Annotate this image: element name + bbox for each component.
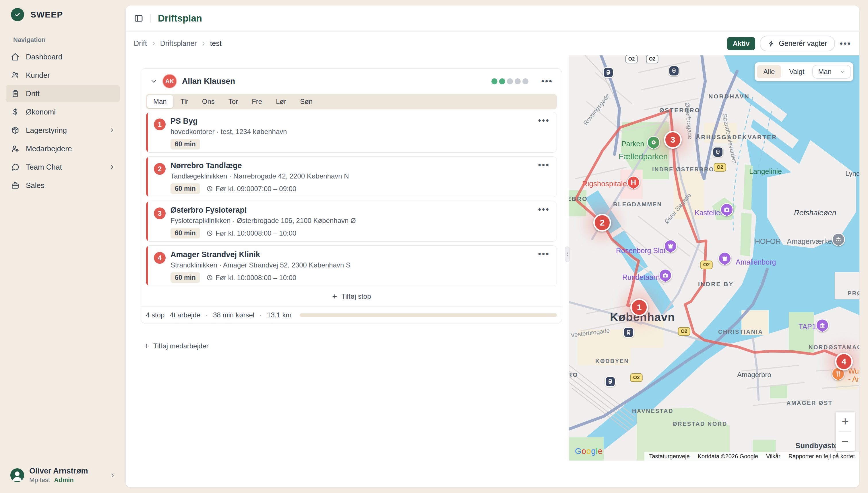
stop-card[interactable]: 2 Nørrebro Tandlæge Tandlægeklinikken · … [146,156,557,197]
bank-poi-icon[interactable] [832,233,845,246]
progress-dot [491,78,497,84]
map-attribution-link[interactable]: Tastaturgenveje [649,453,690,460]
tab-ons[interactable]: Ons [196,95,221,108]
chevron-right-icon [109,164,115,170]
tab-son[interactable]: Søn [294,95,319,108]
panel-resize-handle[interactable] [565,246,570,262]
route-marker[interactable]: 2 [593,214,611,232]
map-label: ØSTERBRO [659,107,700,114]
breadcrumb: Drift Driftsplaner test [134,39,221,48]
add-employee-button[interactable]: Tilføj medarbejder [144,342,209,350]
breadcrumb-section[interactable]: Driftsplaner [160,39,197,48]
header-divider [150,14,151,23]
map-label: NORDØSTAMAGER [809,344,860,351]
map-attribution-link[interactable]: Kortdata ©2026 Google [698,453,758,460]
station-icon[interactable] [603,67,614,78]
map-label: RO [569,371,578,378]
user-name: Oliver Arnstrøm [29,467,88,475]
sidebar-item-drift[interactable]: Drift [6,85,120,102]
more-menu-icon[interactable]: ••• [840,39,851,48]
page-header: Driftsplan [126,5,860,31]
tab-fre[interactable]: Fre [246,95,268,108]
hospital-marker[interactable]: H [627,176,640,189]
sidebar-item-sales[interactable]: Sales [6,177,120,194]
plus-icon [332,293,338,300]
dot-separator: · [259,311,262,319]
station-icon[interactable] [669,65,679,76]
sidebar-item-team-chat[interactable]: Team Chat [6,158,120,176]
stop-body: Nørrebro Tandlæge Tandlægeklinikken · Nø… [170,161,531,194]
station-icon[interactable] [713,147,723,157]
stop-title: Østerbro Fysioterapi [170,206,531,215]
zoom-in-button[interactable]: + [835,412,855,431]
stop-number-badge: 2 [154,163,166,175]
route-marker[interactable]: 1 [630,298,648,316]
stop-title: Amager Strandvej Klinik [170,250,531,259]
map-label: PRØVES [848,290,860,297]
stop-subtitle: Tandlægeklinikken · Nørrebrogade 42, 220… [170,172,531,180]
zoom-out-button[interactable]: − [835,432,855,451]
stop-time: Før kl. 10:0008:00 – 10:00 [206,274,297,282]
employee-more-icon[interactable]: ••• [541,77,553,86]
stop-time: Før kl. 10:0008:00 – 10:00 [206,229,297,237]
stop-card[interactable]: 3 Østerbro Fysioterapi Fysioterapiklinik… [146,201,557,242]
generate-shifts-button[interactable]: Generér vagter [760,36,835,51]
filter-selected-button[interactable]: Valgt [784,65,809,78]
filter-all-button[interactable]: Alle [757,65,781,78]
app-logo[interactable]: SWEEP [0,0,126,21]
stop-more-icon[interactable]: ••• [538,161,550,169]
stop-accent-bar [146,157,148,197]
plus-icon [144,343,150,349]
map-attribution-link[interactable]: Vilkår [766,453,780,460]
route-marker[interactable]: 3 [664,131,682,149]
chevron-down-icon [840,69,845,74]
route-shield: O2 [714,163,726,172]
castle-poi-icon[interactable] [718,252,732,265]
sidebar-item-lagerstyring[interactable]: Lagerstyring [6,122,120,139]
building-poi-icon[interactable] [816,319,829,332]
chat-icon [11,163,20,171]
sidebar-item-kunder[interactable]: Kunder [6,67,120,84]
map-label: - Am [848,375,860,383]
route-shield: O2 [626,56,638,63]
tab-lor[interactable]: Lør [270,95,293,108]
user-menu[interactable]: Oliver Arnstrøm Mp testAdmin [6,464,120,487]
map-attribution-link[interactable]: Rapporter en fejl på kortet [788,453,855,460]
station-icon[interactable] [605,376,616,387]
sidebar-item-dashboard[interactable]: Dashboard [6,48,120,65]
summary-distance: 13.1 km [267,311,291,319]
progress-dots [491,78,528,84]
route-marker[interactable]: 4 [835,353,853,370]
sidebar-item-okonomi[interactable]: Økonomi [6,103,120,121]
stadium-poi-icon[interactable] [647,136,660,149]
tab-tor[interactable]: Tor [222,95,244,108]
capacity-progress-bar [300,313,557,317]
sidebar-item-medarbejdere[interactable]: Medarbejdere [6,140,120,157]
camera-poi-icon[interactable] [659,269,672,282]
tab-tir[interactable]: Tir [174,95,195,108]
add-stop-button[interactable]: Tilføj stop [146,290,557,303]
clock-icon [206,230,213,236]
employee-avatar: AK [163,74,177,88]
breadcrumb-current: test [210,39,221,48]
castle-poi-icon[interactable] [664,239,677,253]
stop-more-icon[interactable]: ••• [538,205,550,214]
breadcrumb-root[interactable]: Drift [134,39,147,48]
stop-card[interactable]: 1 PS Byg hovedkontorer · test, 1234 købe… [146,112,557,153]
stop-more-icon[interactable]: ••• [538,250,550,258]
map-label: AMAGER ØST [786,400,833,406]
chevron-down-icon[interactable] [150,78,157,85]
duration-badge: 60 min [170,139,200,150]
map-label: Lynetteholm [845,170,860,178]
day-select[interactable]: Man [812,65,851,79]
chevron-right-icon [109,127,115,133]
stop-more-icon[interactable]: ••• [538,116,550,125]
nav-section-label: Navigation [13,36,126,44]
sidebar-toggle-icon[interactable] [134,14,144,23]
tab-man[interactable]: Man [147,95,173,108]
camera-poi-icon[interactable] [720,203,733,216]
clock-icon [206,274,213,281]
map[interactable]: NORDHAVNØSTERBROÅRHUSGADEKVARTERINDRE ØS… [569,56,860,460]
stop-card[interactable]: 4 Amager Strandvej Klinik Strandklinikke… [146,245,557,286]
station-icon[interactable] [623,327,634,338]
